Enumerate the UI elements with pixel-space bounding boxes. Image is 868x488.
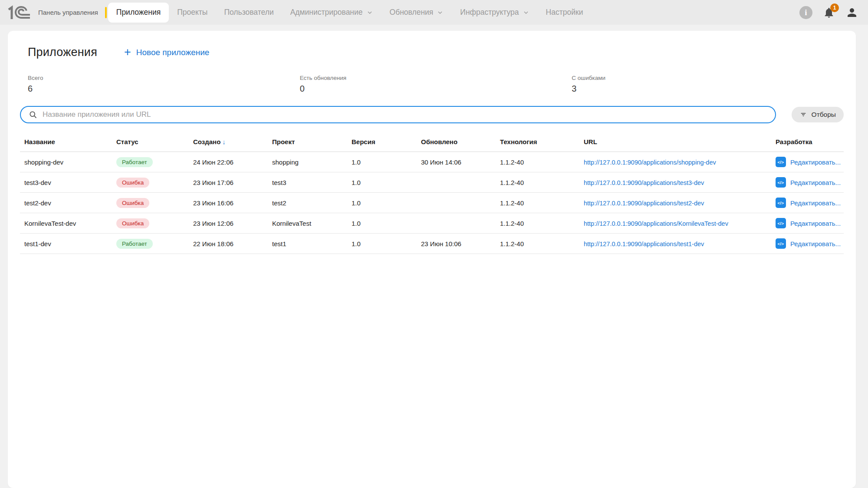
table-row[interactable]: test3-dev Ошибка 23 Июн 17:06 test3 1.0 … (20, 172, 844, 193)
code-icon: </> (776, 157, 786, 167)
cell-created: 23 Июн 12:06 (189, 213, 268, 234)
cell-tech: 1.1.2-40 (496, 234, 579, 254)
table-header: Название Статус Создано↓ Проект Версия О… (20, 133, 844, 152)
stat-with-errors: С ошибками 3 (572, 75, 844, 94)
1c-logo-icon (6, 4, 30, 21)
cell-updated: 23 Июн 10:06 (417, 234, 496, 254)
applications-page-card: Приложения + Новое приложение Всего 6 Ес… (8, 31, 856, 488)
notification-count-badge: 1 (830, 3, 839, 12)
cell-app-name: test2-dev (20, 193, 112, 213)
search-icon (29, 110, 37, 119)
cell-updated (417, 213, 496, 234)
new-application-button[interactable]: + Новое приложение (124, 46, 209, 58)
tab-users[interactable]: Пользователи (216, 3, 282, 23)
col-header-status[interactable]: Статус (112, 133, 189, 152)
applications-table: Название Статус Создано↓ Проект Версия О… (20, 133, 844, 254)
chevron-down-icon (366, 9, 373, 16)
code-icon: </> (776, 198, 786, 208)
col-header-name[interactable]: Название (20, 133, 112, 152)
status-badge: Ошибка (116, 218, 149, 228)
cell-project: shopping (268, 152, 347, 172)
tab-administration[interactable]: Администрирование (282, 3, 381, 23)
tab-settings[interactable]: Настройки (538, 3, 592, 23)
table-row[interactable]: KornilevaTest-dev Ошибка 23 Июн 12:06 Ko… (20, 213, 844, 234)
cell-status: Работает (112, 234, 189, 254)
plus-icon: + (124, 46, 131, 58)
status-badge: Ошибка (116, 198, 149, 208)
cell-tech: 1.1.2-40 (496, 193, 579, 213)
tab-label: Инфраструктура (460, 8, 519, 17)
stat-value: 3 (572, 84, 844, 94)
cell-created: 23 Июн 17:06 (189, 172, 268, 193)
page-title: Приложения (28, 46, 97, 59)
tab-label: Администрирование (290, 8, 363, 17)
search-row: Отборы (20, 106, 844, 123)
edit-link[interactable]: Редактировать... (790, 220, 841, 227)
col-header-url[interactable]: URL (579, 133, 771, 152)
chevron-down-icon (437, 9, 444, 16)
cell-updated (417, 172, 496, 193)
app-url-link[interactable]: http://127.0.0.1:9090/applications/test1… (584, 241, 704, 247)
app-url-link[interactable]: http://127.0.0.1:9090/applications/shopp… (584, 159, 716, 166)
edit-link[interactable]: Редактировать... (790, 240, 841, 247)
cell-version: 1.0 (347, 193, 417, 213)
title-row: Приложения + Новое приложение (20, 46, 844, 59)
cell-dev: </> Редактировать... (771, 152, 844, 172)
col-header-dev[interactable]: Разработка (771, 133, 844, 152)
code-icon: </> (776, 238, 786, 249)
table-row[interactable]: test1-dev Работает 22 Июн 18:06 test1 1.… (20, 234, 844, 254)
cell-version: 1.0 (347, 213, 417, 234)
cell-url: http://127.0.0.1:9090/applications/shopp… (579, 152, 771, 172)
stat-value: 6 (28, 84, 300, 94)
tab-infrastructure[interactable]: Инфраструктура (452, 3, 537, 23)
tab-applications[interactable]: Приложения (108, 3, 169, 23)
table-row[interactable]: shopping-dev Работает 24 Июн 22:06 shopp… (20, 152, 844, 172)
app-url-link[interactable]: http://127.0.0.1:9090/applications/test3… (584, 179, 704, 186)
cell-url: http://127.0.0.1:9090/applications/test2… (579, 193, 771, 213)
sort-desc-icon: ↓ (222, 138, 226, 145)
tab-label: Настройки (546, 8, 583, 17)
tab-label: Пользователи (224, 8, 273, 17)
code-icon: </> (776, 177, 786, 188)
cell-dev: </> Редактировать... (771, 213, 844, 234)
status-badge: Работает (116, 239, 153, 249)
cell-version: 1.0 (347, 234, 417, 254)
tab-label: Обновления (390, 8, 434, 17)
col-header-updated[interactable]: Обновлено (417, 133, 496, 152)
app-url-link[interactable]: http://127.0.0.1:9090/applications/Korni… (584, 220, 728, 227)
edit-link[interactable]: Редактировать... (790, 179, 841, 186)
stat-label: С ошибками (572, 75, 844, 81)
cell-created: 22 Июн 18:06 (189, 234, 268, 254)
tab-updates[interactable]: Обновления (381, 3, 452, 23)
cell-project: test1 (268, 234, 347, 254)
cell-url: http://127.0.0.1:9090/applications/test3… (579, 172, 771, 193)
cell-dev: </> Редактировать... (771, 172, 844, 193)
info-icon[interactable]: i (799, 6, 812, 19)
col-header-project[interactable]: Проект (268, 133, 347, 152)
cell-url: http://127.0.0.1:9090/applications/test1… (579, 234, 771, 254)
col-header-created[interactable]: Создано↓ (189, 133, 268, 152)
cell-created: 24 Июн 22:06 (189, 152, 268, 172)
search-box[interactable] (20, 106, 776, 123)
app-url-link[interactable]: http://127.0.0.1:9090/applications/test2… (584, 200, 704, 207)
filters-button[interactable]: Отборы (792, 107, 844, 122)
stat-label: Есть обновления (300, 75, 572, 81)
cell-tech: 1.1.2-40 (496, 213, 579, 234)
cell-updated: 30 Июн 14:06 (417, 152, 496, 172)
filter-icon (799, 111, 807, 119)
cell-status: Работает (112, 152, 189, 172)
user-menu-button[interactable] (845, 6, 858, 19)
table-row[interactable]: test2-dev Ошибка 23 Июн 16:06 test2 1.0 … (20, 193, 844, 213)
tab-projects[interactable]: Проекты (169, 3, 216, 23)
panel-label: Панель управления (38, 9, 98, 16)
tab-label: Проекты (177, 8, 207, 17)
search-input[interactable] (43, 110, 767, 119)
chevron-down-icon (523, 9, 529, 16)
cell-status: Ошибка (112, 193, 189, 213)
col-header-tech[interactable]: Технология (496, 133, 579, 152)
notifications-button[interactable]: 1 (823, 7, 835, 19)
edit-link[interactable]: Редактировать... (790, 199, 841, 207)
edit-link[interactable]: Редактировать... (790, 158, 841, 166)
col-header-version[interactable]: Версия (347, 133, 417, 152)
main-tabs: Приложения Проекты Пользователи Админист… (108, 0, 592, 25)
